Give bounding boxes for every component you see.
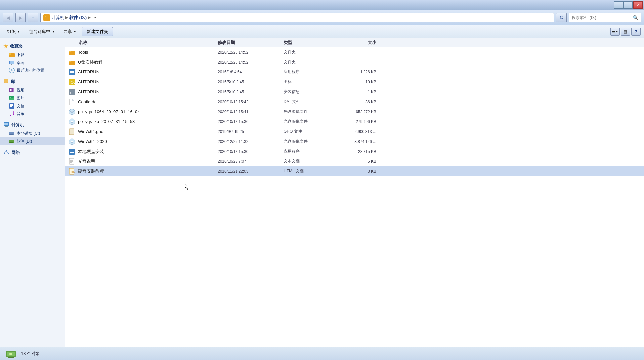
sidebar-item-music[interactable]: 音乐 [0,110,65,118]
share-button[interactable]: 共享 ▼ [60,27,80,36]
search-input[interactable] [572,15,631,20]
sidebar-item-desktop[interactable]: 桌面 [0,59,65,67]
sidebar-header-computer[interactable]: 计算机 [0,120,65,129]
file-date: 2020/12/25 14:52 [218,50,284,55]
table-row[interactable]: i AUTORUN 2015/5/10 2:45 安装信息 1 KB [65,87,644,97]
minimize-button[interactable]: ─ [614,1,623,9]
maximize-button[interactable]: □ [623,1,633,9]
view-toggle-button[interactable]: ☰ ▼ [610,28,620,36]
file-size: 279,696 KB [337,119,383,124]
table-row[interactable]: pe_yqs_xp_20_07_31_15_53 2020/10/12 15:3… [65,117,644,127]
recent-label: 最近访问的位置 [17,68,44,73]
disk-c-icon [9,130,15,136]
new-folder-label: 新建文件夹 [87,29,108,34]
refresh-button[interactable]: ↻ [556,13,567,22]
favorites-label: 收藏夹 [10,43,23,49]
help-button[interactable]: ? [631,28,641,36]
new-folder-button[interactable]: 新建文件夹 [82,27,113,36]
file-icon [69,109,75,115]
svg-point-21 [13,114,14,115]
sidebar-section-favorites: ★ 收藏夹 下载 桌面 最近访问的位置 [0,42,65,74]
svg-rect-23 [4,123,8,125]
breadcrumb-dropdown[interactable]: ▼ [92,13,98,22]
sidebar-item-disk-d[interactable]: 软件 (D:) [0,137,65,145]
file-name: AUTORUN [78,69,99,74]
file-icon [69,49,75,56]
sidebar-item-image[interactable]: 图片 [0,94,65,102]
file-size: 2,900,813 ... [337,129,383,134]
table-row[interactable]: HTML 硬盘安装教程 2016/11/21 22:03 HTML 文档 3 K… [65,166,644,176]
svg-rect-59 [70,132,73,132]
table-row[interactable]: Config.dat 2020/10/12 15:42 DAT 文件 36 KB [65,97,644,107]
breadcrumb-computer[interactable]: 计算机 [51,15,64,21]
svg-point-76 [9,353,12,355]
file-icon [69,158,75,165]
svg-rect-58 [70,131,73,131]
svg-rect-9 [4,79,8,83]
table-row[interactable]: Win7x64_2020 2020/12/25 11:32 光盘映像文件 3,8… [65,137,644,147]
svg-rect-64 [69,149,75,155]
sidebar-item-video[interactable]: 视频 [0,86,65,94]
doc-label: 文档 [17,103,24,109]
col-header-name[interactable]: 名称 [65,40,218,46]
file-date: 2020/10/12 15:41 [218,110,284,114]
file-size: 28,315 KB [337,149,383,154]
sidebar-item-recent[interactable]: 最近访问的位置 [0,67,65,74]
svg-rect-65 [70,151,74,151]
recent-icon [9,68,15,73]
close-button[interactable]: ✕ [633,1,643,9]
table-row[interactable]: Win7x64.gho 2019/9/7 19:25 GHO 文件 2,900,… [65,127,644,137]
table-row[interactable]: Tools 2020/12/25 14:52 文件夹 [65,47,644,57]
view-grid-button[interactable]: ▦ [621,28,630,36]
favorites-icon: ★ [3,43,8,49]
file-date: 2020/10/12 15:30 [218,149,284,154]
file-icon: ICO [69,79,75,85]
file-icon [69,118,75,125]
sidebar-section-network: 网络 [0,148,65,157]
up-button[interactable]: ↑ [28,13,38,22]
network-icon [3,149,9,156]
svg-rect-70 [70,162,72,163]
file-type: DAT 文件 [284,99,337,105]
col-header-size[interactable]: 大小 [337,40,383,46]
right-toolbar: ☰ ▼ ▦ ? [610,28,641,36]
file-type: 文件夹 [284,59,337,65]
computer-icon [3,122,9,128]
computer-label: 计算机 [11,122,24,128]
share-dropdown-icon: ▼ [73,30,77,33]
svg-line-35 [4,151,6,153]
sidebar-header-network[interactable]: 网络 [0,148,65,157]
table-row[interactable]: ICO AUTORUN 2015/5/10 2:45 图标 10 KB [65,77,644,87]
address-bar: ◀ ▶ ↑ 计算机 ▶ 软件 (D:) ▶ ▼ ↻ 🔍 [0,10,644,25]
view-icon: ☰ [612,29,615,34]
file-icon [69,99,75,105]
breadcrumb-drive[interactable]: 软件 (D:) [69,15,87,21]
search-icon: 🔍 [633,15,638,20]
organize-button[interactable]: 组织 ▼ [3,27,24,36]
window-controls: ─ □ ✕ [614,1,643,9]
table-row[interactable]: 光盘说明 2016/10/23 7:07 文本文档 5 KB [65,157,644,166]
table-row[interactable]: AUTORUN 2016/1/8 4:54 应用程序 1,926 KB [65,67,644,77]
svg-rect-19 [10,106,12,107]
file-date: 2016/1/8 4:54 [218,70,284,74]
include-library-button[interactable]: 包含到库中 ▼ [25,27,59,36]
svg-rect-40 [69,61,71,62]
sidebar-item-disk-c[interactable]: 本地磁盘 (C:) [0,129,65,137]
disk-c-label: 本地磁盘 (C:) [17,131,40,136]
sidebar-header-favorites[interactable]: ★ 收藏夹 [0,42,65,51]
table-row[interactable]: 本地硬盘安装 2020/10/12 15:30 应用程序 28,315 KB [65,147,644,157]
back-button[interactable]: ◀ [3,13,13,22]
forward-button[interactable]: ▶ [15,13,26,22]
refresh-icon: ↻ [559,14,564,21]
disk-d-label: 软件 (D:) [17,139,32,144]
table-row[interactable]: U盘安装教程 2020/12/25 14:52 文件夹 [65,57,644,67]
svg-rect-5 [10,61,14,64]
sidebar-header-library[interactable]: 库 [0,77,65,86]
status-bar: 13 个对象 [0,347,644,360]
sidebar-item-doc[interactable]: 文档 [0,102,65,110]
sidebar-item-download[interactable]: 下载 [0,51,65,59]
col-header-date[interactable]: 修改日期 [218,40,284,46]
table-row[interactable]: pe_yqs_1064_20_07_31_16_04 2020/10/12 15… [65,107,644,117]
col-header-type[interactable]: 类型 [284,40,337,46]
svg-rect-42 [70,71,74,72]
